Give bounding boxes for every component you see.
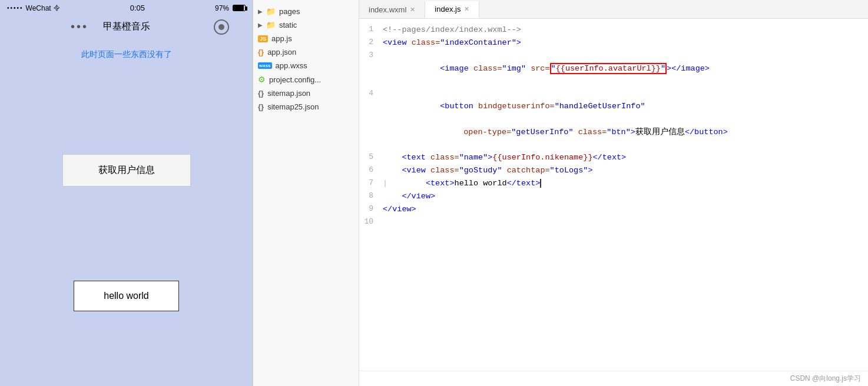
file-item-app-wxss[interactable]: wxss app.wxss — [253, 59, 359, 72]
line-number: 1 — [359, 24, 383, 36]
file-item-app-js[interactable]: JS app.js — [253, 32, 359, 45]
line-number: 9 — [359, 203, 383, 215]
line-number: 7 — [359, 177, 383, 189]
code-line-10: 10 — [359, 216, 868, 229]
file-label: app.json — [267, 48, 296, 56]
code-line-1: 1 <!--pages/index/index.wxml--> — [359, 24, 868, 36]
wechat-label: WeChat — [26, 4, 51, 12]
folder-arrow-icon: ▶ — [258, 22, 263, 28]
file-item-pages[interactable]: ▶ 📁 pages — [253, 5, 359, 18]
line-content[interactable]: <!--pages/index/index.wxml--> — [383, 24, 868, 36]
line-number: 5 — [359, 151, 383, 164]
file-label: project.config... — [269, 75, 321, 84]
wxss-file-icon: wxss — [258, 62, 272, 69]
more-dots-icon[interactable]: ••• — [71, 20, 88, 34]
file-item-sitemap-json[interactable]: {} sitemap.json — [253, 86, 359, 100]
line-content[interactable]: </view> — [383, 190, 868, 203]
line-number: 4 — [359, 88, 383, 100]
folder-icon: 📁 — [266, 21, 276, 29]
tab-label: index.wxml — [369, 5, 406, 14]
line-content[interactable]: <button bindgetuserinfo="handleGetUserIn… — [383, 88, 868, 151]
wifi-icon: 令 — [54, 4, 60, 12]
code-line-4: 4 <button bindgetuserinfo="handleGetUser… — [359, 88, 868, 151]
sitemap-file-icon: {} — [258, 89, 264, 98]
tab-label: index.js — [435, 5, 460, 14]
hello-world-button[interactable]: hello world — [74, 281, 178, 311]
file-label: static — [279, 21, 297, 29]
line-content[interactable]: <view class="goStudy" catchtap="toLogs"> — [383, 164, 868, 177]
battery-icon — [233, 5, 246, 11]
line-content[interactable]: <text class="name">{{userInfo.nikename}}… — [383, 151, 868, 164]
code-line-2: 2 <view class="indexContainer"> — [359, 36, 868, 49]
code-body: 1 <!--pages/index/index.wxml--> 2 <view … — [359, 19, 868, 371]
tab-index-wxml[interactable]: index.wxml ✕ — [359, 1, 425, 18]
code-line-6: 6 <view class="goStudy" catchtap="toLogs… — [359, 164, 868, 177]
config-file-icon: ⚙ — [258, 75, 266, 84]
file-item-static[interactable]: ▶ 📁 static — [253, 18, 359, 32]
line-number: 8 — [359, 190, 383, 202]
line-number: 10 — [359, 216, 383, 228]
phone-header: 甲基橙音乐 ••• — [0, 16, 253, 38]
phone-status-bar: ••••• WeChat 令 0:05 97% — [0, 0, 253, 16]
line-content[interactable] — [383, 216, 868, 229]
tab-index-js[interactable]: index.js ✕ — [425, 1, 479, 18]
tab-close-icon[interactable]: ✕ — [410, 6, 415, 14]
footer-attribution: CSDN @向long.js学习 — [790, 374, 861, 382]
record-button[interactable] — [214, 19, 229, 35]
folder-icon: 📁 — [266, 7, 276, 16]
code-line-7: 7 | <text>hello world</text> — [359, 177, 868, 190]
tab-close-icon[interactable]: ✕ — [464, 5, 469, 13]
file-label: app.wxss — [276, 61, 307, 70]
line-number: 3 — [359, 49, 383, 62]
status-left: ••••• WeChat 令 — [7, 4, 60, 12]
json-file-icon: {} — [258, 48, 264, 56]
js-file-icon: JS — [258, 35, 268, 42]
phone-body: 此时页面一些东西没有了 获取用户信息 hello world — [0, 38, 253, 386]
code-line-5: 5 <text class="name">{{userInfo.nikename… — [359, 151, 868, 164]
sitemap25-file-icon: {} — [258, 102, 264, 111]
line-content[interactable]: <image class="img" src="{{userInfo.avata… — [383, 49, 868, 88]
editor-footer: CSDN @向long.js学习 — [359, 371, 868, 386]
file-label: sitemap.json — [267, 89, 310, 98]
editor-tabs: index.wxml ✕ index.js ✕ — [359, 0, 868, 19]
code-line-3: 3 <image class="img" src="{{userInfo.ava… — [359, 49, 868, 88]
file-item-project-config[interactable]: ⚙ project.config... — [253, 72, 359, 86]
folder-arrow-icon: ▶ — [258, 8, 263, 15]
status-right: 97% — [215, 4, 246, 12]
line-content[interactable]: | <text>hello world</text> — [383, 177, 868, 190]
file-label: pages — [279, 7, 300, 16]
code-line-9: 9 </view> — [359, 203, 868, 216]
line-number: 6 — [359, 164, 383, 177]
page-message: 此时页面一些东西没有了 — [81, 49, 172, 60]
code-line-8: 8 </view> — [359, 190, 868, 203]
file-item-app-json[interactable]: {} app.json — [253, 45, 359, 59]
file-tree-panel: ▶ 📁 pages ▶ 📁 static JS app.js {} app.js… — [253, 0, 359, 386]
get-user-info-button[interactable]: 获取用户信息 — [62, 154, 191, 187]
signal-dots: ••••• — [7, 5, 24, 11]
line-content[interactable]: </view> — [383, 203, 868, 216]
line-number: 2 — [359, 36, 383, 49]
file-item-sitemap25-json[interactable]: {} sitemap25.json — [253, 100, 359, 114]
file-label: app.js — [271, 34, 292, 43]
status-time: 0:05 — [130, 4, 145, 12]
line-content[interactable]: <view class="indexContainer"> — [383, 36, 868, 49]
phone-panel: ••••• WeChat 令 0:05 97% 甲基橙音乐 ••• 此时页面一些… — [0, 0, 253, 386]
file-label: sitemap25.json — [267, 102, 319, 111]
battery-percent: 97% — [215, 4, 229, 12]
code-editor-panel: index.wxml ✕ index.js ✕ 1 <!--pages/inde… — [359, 0, 868, 386]
app-title: 甲基橙音乐 — [103, 21, 150, 33]
